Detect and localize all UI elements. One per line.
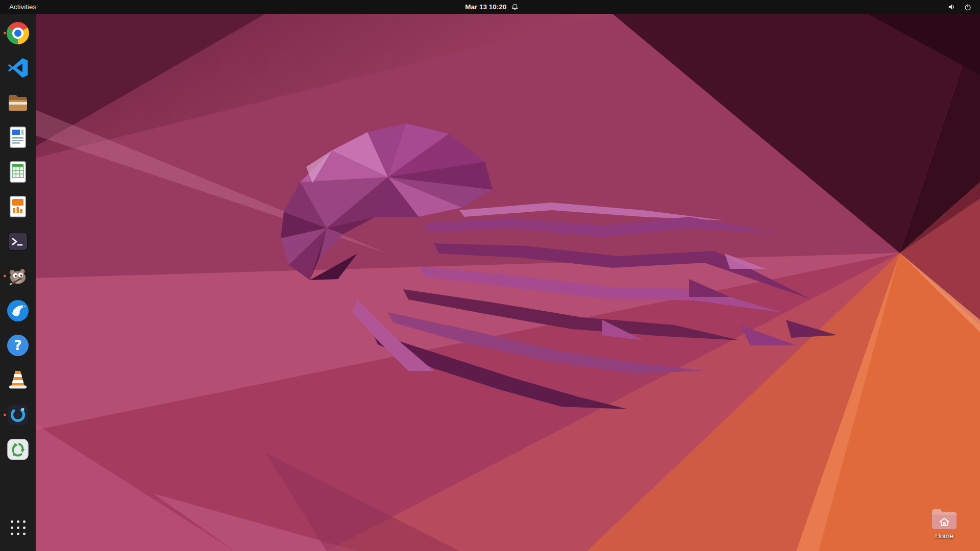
- show-applications-button[interactable]: [3, 512, 33, 543]
- dock-item-app-green-recycle[interactable]: [3, 434, 33, 465]
- dock-item-thunderbird[interactable]: [3, 295, 33, 326]
- home-icon-label: Home: [935, 532, 953, 540]
- dock-item-google-chrome[interactable]: [3, 18, 33, 48]
- desktop-wallpaper: [0, 14, 980, 551]
- dock-item-vscode[interactable]: [3, 53, 33, 83]
- dock-item-libreoffice-impress[interactable]: [3, 191, 33, 222]
- top-bar: Activities Mar 13 10:20: [0, 0, 980, 14]
- green-recycle-app-icon: [6, 437, 30, 462]
- dock-item-files[interactable]: [3, 87, 33, 118]
- dock-item-terminal[interactable]: [3, 226, 33, 257]
- power-icon: [964, 3, 972, 11]
- notification-bell-icon: [511, 3, 519, 11]
- dock-item-libreoffice-writer[interactable]: [3, 122, 33, 153]
- vlc-icon: [6, 368, 30, 392]
- dock-item-help[interactable]: ?: [3, 330, 33, 361]
- activities-button[interactable]: Activities: [0, 0, 45, 14]
- help-question-glyph: ?: [14, 337, 22, 353]
- libreoffice-impress-icon: [6, 194, 30, 219]
- dock-item-vlc[interactable]: [3, 365, 33, 395]
- help-icon: ?: [6, 333, 30, 358]
- thunderbird-icon: [6, 298, 30, 323]
- files-folder-icon: [6, 90, 30, 115]
- vscode-icon: [6, 56, 30, 80]
- home-folder-icon: [931, 508, 958, 530]
- home-desktop-icon[interactable]: Home: [920, 508, 969, 540]
- gimp-icon: [6, 264, 30, 288]
- dock-item-app-blue-ring[interactable]: [3, 399, 33, 430]
- activities-label: Activities: [9, 3, 36, 11]
- chrome-icon: [7, 22, 29, 44]
- libreoffice-writer-icon: [6, 125, 30, 149]
- app-grid-icon: [11, 520, 26, 535]
- terminal-icon: [6, 229, 30, 254]
- blue-ring-app-icon: [6, 403, 30, 427]
- system-menu-button[interactable]: [939, 0, 980, 14]
- clock-button[interactable]: Mar 13 10:20: [460, 0, 524, 14]
- wallpaper-art: [0, 14, 980, 551]
- volume-icon: [947, 3, 956, 11]
- dock-item-libreoffice-calc[interactable]: [3, 157, 33, 187]
- running-indicator: [4, 32, 6, 35]
- dock: ?: [0, 14, 36, 551]
- running-indicator: [4, 414, 6, 416]
- clock-label: Mar 13 10:20: [465, 3, 506, 11]
- libreoffice-calc-icon: [6, 160, 30, 184]
- running-indicator: [4, 275, 6, 278]
- dock-item-gimp[interactable]: [3, 261, 33, 291]
